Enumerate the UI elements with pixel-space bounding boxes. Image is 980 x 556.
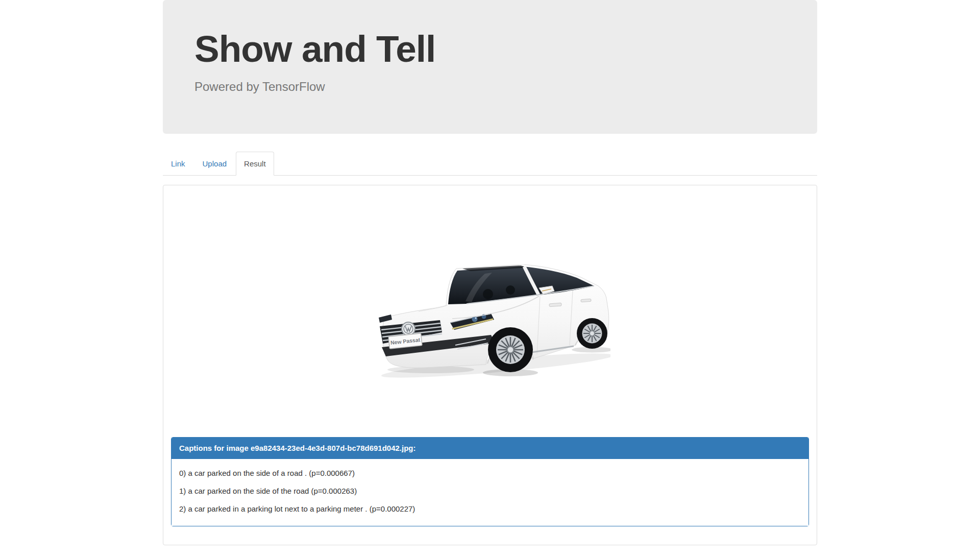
page-subtitle: Powered by TensorFlow: [194, 80, 786, 94]
page-title: Show and Tell: [194, 30, 786, 68]
vw-badge-icon: [402, 322, 415, 335]
rear-wheel: [577, 318, 607, 349]
tab-upload-anchor[interactable]: Upload: [194, 152, 235, 176]
tab-link-anchor[interactable]: Link: [163, 152, 193, 176]
result-panel: New Passat: [163, 185, 817, 545]
result-image: New Passat: [370, 264, 610, 378]
tab-result-anchor[interactable]: Result: [236, 152, 274, 176]
seat-silhouette: [506, 285, 515, 295]
captions-panel-heading: Captions for image e9a82434-23ed-4e3d-80…: [172, 438, 808, 459]
seat-silhouette: [483, 289, 493, 299]
caption-line: 1) a car parked on the side of the road …: [179, 486, 801, 496]
result-image-area: New Passat: [171, 193, 809, 437]
tab-result: Result: [236, 152, 274, 176]
caption-line: 2) a car parked in a parking lot next to…: [179, 504, 801, 514]
nav-tabs: Link Upload Result: [163, 152, 817, 176]
caption-line: 0) a car parked on the side of a road . …: [179, 468, 801, 478]
tab-upload: Upload: [194, 152, 235, 176]
tab-link: Link: [163, 152, 193, 176]
captions-panel: Captions for image e9a82434-23ed-4e3d-80…: [171, 437, 809, 526]
page-container: Show and Tell Powered by TensorFlow Link…: [163, 0, 817, 545]
app-header: Show and Tell Powered by TensorFlow: [163, 0, 817, 134]
front-wheel: [488, 327, 533, 372]
captions-panel-body: 0) a car parked on the side of a road . …: [172, 459, 808, 526]
